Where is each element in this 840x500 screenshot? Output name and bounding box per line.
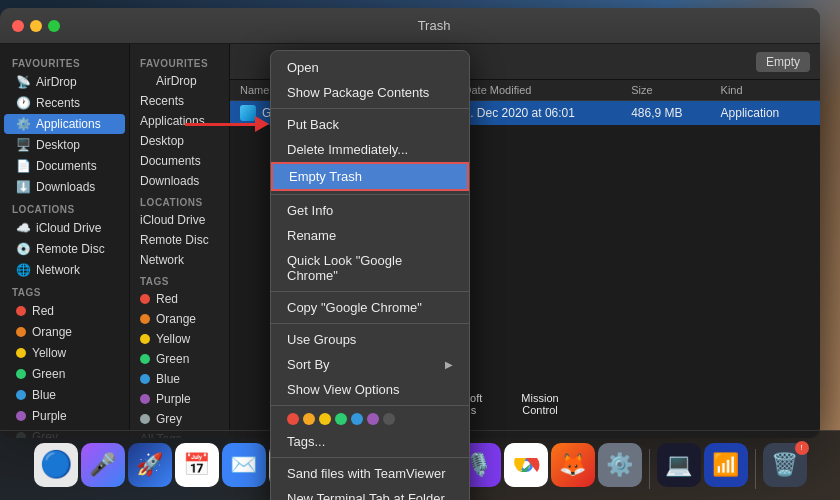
chrome-dock-icon	[504, 443, 548, 487]
column-header-date[interactable]: Date Modified	[464, 84, 632, 96]
sidebar2-desktop[interactable]: Desktop	[130, 131, 229, 151]
menu-item-rename[interactable]: Rename	[271, 223, 469, 248]
sidebar-item-recents[interactable]: 🕐 Recents	[4, 93, 125, 113]
sidebar2-remote[interactable]: Remote Disc	[130, 230, 229, 250]
yellow-tag-dot	[16, 348, 26, 358]
menu-item-teamviewer[interactable]: Sand files with TeamViewer	[271, 461, 469, 486]
dock-item-trash[interactable]: 🗑️ !	[763, 443, 807, 489]
color-dot-green[interactable]	[335, 413, 347, 425]
dock-item-iterm[interactable]: 💻	[657, 443, 701, 489]
dock-item-calendar[interactable]: 📅	[175, 443, 219, 489]
sidebar-item-tag-yellow[interactable]: Yellow	[4, 343, 125, 363]
sidebar2-tag-purple[interactable]: Purple	[130, 389, 229, 409]
menu-item-delete-immediately[interactable]: Delete Immediately...	[271, 137, 469, 162]
sidebar-item-tag-orange[interactable]: Orange	[4, 322, 125, 342]
arrow-line	[185, 123, 255, 126]
sidebar2-blue-dot	[140, 374, 150, 384]
sidebar2-tag-green[interactable]: Green	[130, 349, 229, 369]
close-button[interactable]	[12, 20, 24, 32]
context-menu: Open Show Package Contents Put Back Dele…	[270, 50, 470, 500]
color-dot-orange[interactable]	[303, 413, 315, 425]
maximize-button[interactable]	[48, 20, 60, 32]
sidebar-label-green: Green	[32, 367, 65, 381]
menu-item-copy[interactable]: Copy "Google Chrome"	[271, 295, 469, 320]
color-dot-grey[interactable]	[383, 413, 395, 425]
sidebar-item-network[interactable]: 🌐 Network	[4, 260, 125, 280]
menu-item-put-back[interactable]: Put Back	[271, 112, 469, 137]
calendar-dock-icon: 📅	[175, 443, 219, 487]
file-size-cell: 486,9 MB	[631, 106, 720, 120]
menu-item-use-groups[interactable]: Use Groups	[271, 327, 469, 352]
menu-item-show-view[interactable]: Show View Options	[271, 377, 469, 402]
arrow-indicator	[185, 116, 269, 132]
empty-trash-toolbar-button[interactable]: Empty	[756, 52, 810, 72]
menu-item-rename-label: Rename	[287, 228, 336, 243]
sidebar2-airdrop-icon	[140, 76, 150, 86]
dock-item-chrome[interactable]	[504, 443, 548, 489]
menu-item-quick-look[interactable]: Quick Look "Google Chrome"	[271, 248, 469, 288]
menu-item-get-info-label: Get Info	[287, 203, 333, 218]
menu-item-tags-label: Tags...	[287, 434, 325, 449]
sidebar2-tag-blue[interactable]: Blue	[130, 369, 229, 389]
sidebar-item-desktop[interactable]: 🖥️ Desktop	[4, 135, 125, 155]
sidebar2-recents[interactable]: Recents	[130, 91, 229, 111]
dock-item-system-prefs[interactable]: ⚙️	[598, 443, 642, 489]
trash-dock-icon: 🗑️ !	[763, 443, 807, 487]
dock-item-mail[interactable]: ✉️	[222, 443, 266, 489]
sidebar-item-tag-red[interactable]: Red	[4, 301, 125, 321]
sidebar2-label-downloads: Downloads	[140, 174, 199, 188]
sidebar2-section-tags: Tags	[130, 270, 229, 289]
menu-item-get-info[interactable]: Get Info	[271, 198, 469, 223]
color-dot-blue[interactable]	[351, 413, 363, 425]
menu-item-new-terminal-tab[interactable]: New Terminal Tab at Folder	[271, 486, 469, 500]
dock-item-siri[interactable]: 🎤	[81, 443, 125, 489]
sidebar2-tag-yellow[interactable]: Yellow	[130, 329, 229, 349]
sidebar2-purple-dot	[140, 394, 150, 404]
sidebar-item-applications[interactable]: ⚙️ Applications	[4, 114, 125, 134]
menu-separator-1	[271, 108, 469, 109]
sidebar-item-documents[interactable]: 📄 Documents	[4, 156, 125, 176]
sidebar-label-documents: Documents	[36, 159, 97, 173]
minimize-button[interactable]	[30, 20, 42, 32]
traffic-lights	[12, 20, 60, 32]
sidebar2-label-green: Green	[156, 352, 189, 366]
color-dot-red[interactable]	[287, 413, 299, 425]
dock-item-wifi[interactable]: 📶	[704, 443, 748, 489]
sidebar-item-tag-green[interactable]: Green	[4, 364, 125, 384]
menu-item-show-package[interactable]: Show Package Contents	[271, 80, 469, 105]
file-kind-cell: Application	[721, 106, 810, 120]
sidebar-item-downloads[interactable]: ⬇️ Downloads	[4, 177, 125, 197]
menu-item-use-groups-label: Use Groups	[287, 332, 356, 347]
sidebar2-tag-orange[interactable]: Orange	[130, 309, 229, 329]
system-prefs-dock-icon: ⚙️	[598, 443, 642, 487]
sidebar2-icloud[interactable]: iCloud Drive	[130, 210, 229, 230]
sidebar2-label-airdrop: AirDrop	[156, 74, 197, 88]
remote-icon: 💿	[16, 242, 30, 256]
color-dot-purple[interactable]	[367, 413, 379, 425]
sidebar-item-icloud[interactable]: ☁️ iCloud Drive	[4, 218, 125, 238]
sidebar2-downloads[interactable]: Downloads	[130, 171, 229, 191]
sidebar2-label-remote: Remote Disc	[140, 233, 209, 247]
menu-item-tags[interactable]: Tags...	[271, 429, 469, 454]
dock-item-launchpad[interactable]: 🚀	[128, 443, 172, 489]
sidebar2-tag-red[interactable]: Red	[130, 289, 229, 309]
color-dot-yellow[interactable]	[319, 413, 331, 425]
sidebar-item-airdrop[interactable]: 📡 AirDrop	[4, 72, 125, 92]
menu-item-open[interactable]: Open	[271, 55, 469, 80]
sidebar2-network[interactable]: Network	[130, 250, 229, 270]
sidebar-label-blue: Blue	[32, 388, 56, 402]
sidebar-item-tag-blue[interactable]: Blue	[4, 385, 125, 405]
sidebar2-documents[interactable]: Documents	[130, 151, 229, 171]
sidebar-item-tag-purple[interactable]: Purple	[4, 406, 125, 426]
icloud-icon: ☁️	[16, 221, 30, 235]
menu-item-put-back-label: Put Back	[287, 117, 339, 132]
dock-item-firefox[interactable]: 🦊	[551, 443, 595, 489]
sidebar2-tag-grey[interactable]: Grey	[130, 409, 229, 429]
sidebar2-label-icloud: iCloud Drive	[140, 213, 205, 227]
menu-item-sort-by[interactable]: Sort By ▶	[271, 352, 469, 377]
menu-item-empty-trash[interactable]: Empty Trash	[271, 162, 469, 191]
dock-item-finder[interactable]: 🔵	[34, 443, 78, 489]
sidebar-label-yellow: Yellow	[32, 346, 66, 360]
sidebar-item-remote[interactable]: 💿 Remote Disc	[4, 239, 125, 259]
sidebar2-airdrop[interactable]: AirDrop	[130, 71, 229, 91]
